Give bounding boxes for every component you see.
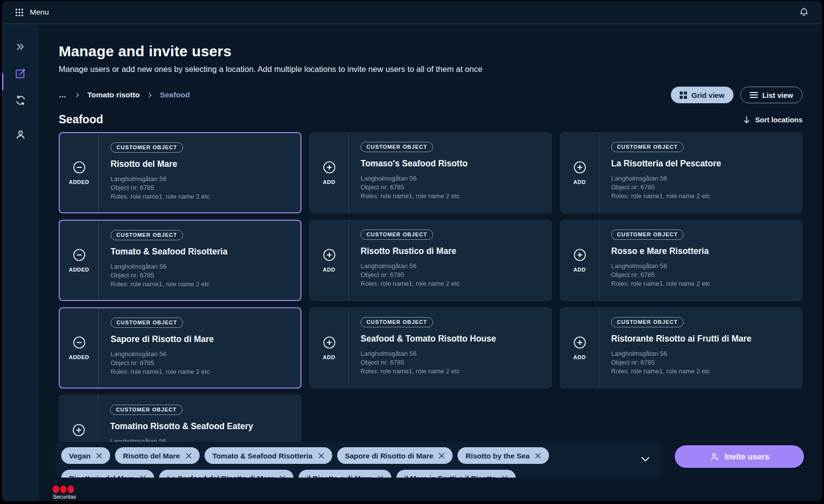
page-subtitle: Manage users or add new ones by selectin… <box>59 65 802 74</box>
remove-chip-icon[interactable] <box>438 453 445 459</box>
double-chevron-right-icon <box>15 42 25 52</box>
app-window: Menu <box>2 1 822 501</box>
selected-locations-panel: Vegan Risotto del Mare Tomato & Seafood … <box>55 442 661 478</box>
sort-locations-button[interactable]: Sort locations <box>743 116 802 124</box>
sidebar-item-edit-locations[interactable] <box>14 68 26 80</box>
location-card[interactable]: ADD CUSTOMER OBJECT Rosso e Mare Risotte… <box>560 220 802 301</box>
arrow-down-icon <box>743 116 750 124</box>
location-card-toggle[interactable]: ADDED <box>60 133 99 212</box>
sidebar-item-users[interactable] <box>15 129 26 140</box>
securitas-logo: Securitas <box>53 485 76 500</box>
location-card-toggle[interactable]: ADD <box>560 308 599 388</box>
sort-locations-label: Sort locations <box>755 116 802 124</box>
location-card-body: CUSTOMER OBJECT La Risotteria del Pescat… <box>599 133 802 213</box>
location-card[interactable]: ADDED CUSTOMER OBJECT Sapore di Risotto … <box>59 307 301 389</box>
location-object-nr: Object nr: 6785 <box>111 359 289 367</box>
location-object-nr: Object nr: 6785 <box>611 183 790 192</box>
sidebar-item-sync[interactable] <box>15 94 26 106</box>
remove-chip-icon[interactable] <box>279 475 286 478</box>
location-card[interactable]: ADD CUSTOMER OBJECT Ristorante Risotto a… <box>560 307 802 389</box>
location-card[interactable]: ADDED CUSTOMER OBJECT Tomato & Seafood R… <box>59 220 301 301</box>
card-action-label: ADD <box>323 267 335 273</box>
selected-location-chip[interactable]: il Mare in Frutti e il Risotto <box>396 470 516 478</box>
location-title: Ristorante Risotto ai Frutti di Mare <box>611 334 790 344</box>
breadcrumb: … Tomato risotto Seafood <box>59 91 190 99</box>
remove-chip-icon[interactable] <box>318 453 324 459</box>
location-meta: Langholmsgåtan 56 Object nr: 6785 Roles:… <box>611 349 790 376</box>
selected-location-chip[interactable]: Vegan <box>61 447 110 464</box>
location-card-toggle[interactable]: ADD <box>310 220 349 300</box>
remove-chip-icon[interactable] <box>185 453 192 459</box>
location-meta: Langholmsgåtan 56 Object nr: 6785 Roles:… <box>111 175 289 201</box>
location-card-body: CUSTOMER OBJECT Risotto del Mare Langhol… <box>99 133 300 212</box>
location-card[interactable]: ADD CUSTOMER OBJECT Seafood & Tomato Ris… <box>309 307 552 389</box>
location-title: Tomatino Risotto & Seafood Eatery <box>110 421 289 432</box>
chevron-right-icon <box>74 92 81 98</box>
location-card[interactable]: ADD CUSTOMER OBJECT Tomaso's Seafood Ris… <box>309 132 552 213</box>
selected-location-chip[interactable]: La Seafood del Risotto di Mare <box>159 470 294 478</box>
location-card-toggle[interactable]: ADD <box>310 133 349 213</box>
location-meta: Langholmsgåtan 56 Object nr: 6785 Roles:… <box>361 174 540 201</box>
remove-location-icon <box>73 161 86 176</box>
invite-users-button[interactable]: Invite users <box>675 445 804 468</box>
remove-chip-icon[interactable] <box>502 475 508 478</box>
selected-location-chip[interactable]: Risotto del Mare <box>115 447 200 464</box>
card-action-label: ADD <box>323 354 335 360</box>
location-object-nr: Object nr: 6785 <box>111 271 289 280</box>
location-card-toggle[interactable]: ADDED <box>60 221 99 300</box>
breadcrumb-parent[interactable]: Tomato risotto <box>88 91 140 99</box>
location-meta: Langholmsgåtan 56 Object nr: 6785 Roles:… <box>361 349 540 376</box>
sidebar-item-expand[interactable] <box>15 42 25 52</box>
customer-object-badge: CUSTOMER OBJECT <box>611 317 684 327</box>
add-location-icon <box>323 161 336 176</box>
selected-location-chip[interactable]: Risotteria del Mare <box>61 470 154 478</box>
selected-location-chip[interactable]: Risotto by the Sea <box>458 447 549 464</box>
list-view-label: List view <box>762 91 793 99</box>
location-meta: Langholmsgåtan 56 Object nr: 6785 Roles:… <box>111 350 289 376</box>
notifications-button[interactable] <box>799 7 809 18</box>
location-address: Langholmsgåtan 56 <box>611 262 790 271</box>
brand-name: Securitas <box>53 494 76 500</box>
expand-selection-button[interactable] <box>640 453 651 465</box>
location-roles: Roles: role name1, role name 2 etc <box>361 367 540 376</box>
location-card-body: CUSTOMER OBJECT Tomaso's Seafood Risotto… <box>349 133 551 213</box>
remove-chip-icon[interactable] <box>535 453 541 459</box>
customer-object-badge: CUSTOMER OBJECT <box>361 317 433 327</box>
location-address: Langholmsgåtan 56 <box>111 262 289 271</box>
location-card-toggle[interactable]: ADD <box>560 133 599 213</box>
location-object-nr: Object nr: 6785 <box>611 271 790 279</box>
top-bar: Menu <box>2 1 822 24</box>
breadcrumb-current: Seafood <box>160 91 190 99</box>
grid-view-button[interactable]: Grid view <box>671 87 733 103</box>
selected-location-chip[interactable]: il Risotto e di Mare <box>298 470 391 478</box>
location-card-body: CUSTOMER OBJECT Seafood & Tomato Risotto… <box>349 308 551 388</box>
location-roles: Roles: role name1, role name 2 etc <box>111 192 289 201</box>
selected-location-chips: Vegan Risotto del Mare Tomato & Seafood … <box>61 447 622 478</box>
grid-view-icon <box>680 92 687 99</box>
add-location-icon <box>72 424 85 438</box>
location-card-toggle[interactable]: ADDED <box>60 308 99 388</box>
location-card[interactable]: ADD CUSTOMER OBJECT Risotto Rustico di M… <box>309 220 552 301</box>
location-card-body: CUSTOMER OBJECT Risotto Rustico di Mare … <box>349 220 551 300</box>
remove-chip-icon[interactable] <box>96 453 102 459</box>
selected-location-chip[interactable]: Sapore di Risotto di Mare <box>337 447 453 464</box>
card-action-label: ADDED <box>69 267 90 273</box>
location-title: Risotto Rustico di Mare <box>361 246 540 256</box>
card-action-label: ADDED <box>69 354 90 360</box>
list-view-button[interactable]: List view <box>740 87 802 103</box>
location-card[interactable]: ADDED CUSTOMER OBJECT Risotto del Mare L… <box>59 132 301 213</box>
location-meta: Langholmsgåtan 56 Object nr: 6785 Roles:… <box>111 262 289 289</box>
person-plus-icon <box>710 452 720 462</box>
add-location-icon <box>573 249 586 263</box>
breadcrumb-collapsed[interactable]: … <box>59 91 68 99</box>
bell-icon <box>799 7 809 18</box>
location-card[interactable]: ADD CUSTOMER OBJECT La Risotteria del Pe… <box>560 132 802 213</box>
app-menu-button[interactable]: Menu <box>15 8 49 17</box>
selected-location-chip[interactable]: Tomato & Seafood Risotteria <box>205 447 332 464</box>
location-card-toggle[interactable]: ADD <box>560 220 599 300</box>
remove-chip-icon[interactable] <box>377 475 384 478</box>
customer-object-badge: CUSTOMER OBJECT <box>361 229 433 240</box>
chevron-right-icon <box>147 92 153 98</box>
location-card-toggle[interactable]: ADD <box>310 308 349 388</box>
remove-chip-icon[interactable] <box>140 475 146 478</box>
